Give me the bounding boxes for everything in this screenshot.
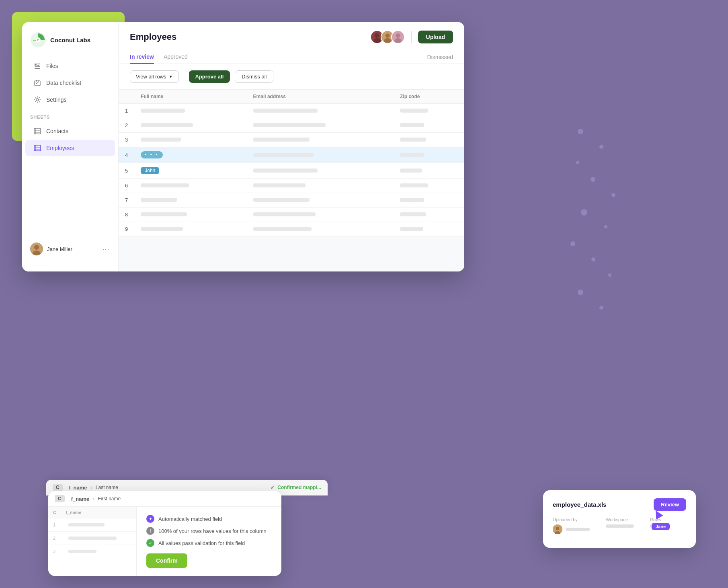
tabs: In review Approved Dismissed	[130, 50, 453, 64]
mini-skeleton-1	[68, 523, 105, 526]
svg-rect-2	[35, 64, 37, 66]
nav-settings[interactable]: Settings	[25, 92, 115, 108]
validation-text: All values pass validation for this fiel…	[158, 540, 245, 546]
contacts-icon	[33, 127, 41, 135]
mapping-content: C f_name 1 2 3 ✦ Automatically matched f…	[48, 507, 281, 576]
sheets-section-label: SHEETS	[22, 108, 118, 123]
sidebar: Coconut Labs Files	[22, 22, 119, 271]
confirmed-label: Confirmed mappi...	[277, 485, 321, 490]
uploader-avatar	[553, 524, 562, 534]
workspace-label: Workspace	[606, 517, 634, 522]
table-row[interactable]: 9	[119, 222, 464, 236]
info-auto-match: ✦ Automatically matched field	[146, 515, 272, 523]
uploader-name-skeleton	[566, 528, 590, 531]
mini-th-fname: f_name	[66, 510, 82, 515]
three-dots-badge: • • •	[141, 151, 162, 158]
arrow-right-icon: ›	[90, 484, 92, 491]
svg-rect-6	[35, 68, 40, 69]
svg-point-29	[396, 33, 400, 38]
uploaded-by-meta: Uploaded by	[553, 517, 590, 534]
col-fullname: Full name	[134, 90, 246, 104]
page-title: Employees	[130, 32, 176, 42]
auto-match-text: Automatically matched field	[158, 516, 222, 522]
workspace-value	[606, 524, 634, 528]
user-menu-icon[interactable]: ⋯	[102, 245, 110, 253]
table-row[interactable]: 2	[119, 118, 464, 133]
table-row-highlighted[interactable]: 4 • • •	[119, 147, 464, 163]
filename: employee_data.xls	[553, 501, 606, 508]
approve-all-button[interactable]: Approve all	[189, 70, 230, 83]
fname-header: C f_name › First name	[48, 491, 281, 507]
table-row[interactable]: 7	[119, 193, 464, 208]
cursor-pointer-container: Jane	[654, 510, 662, 518]
confirmed-badge: ✓ Confirmed mappi...	[270, 484, 321, 491]
jane-tooltip: Jane	[652, 523, 670, 530]
company-name: Coconut Labs	[50, 37, 90, 43]
svg-point-32	[556, 527, 559, 530]
info-rows-coverage: i 100% of your rows have values for this…	[146, 527, 272, 535]
tab-approved[interactable]: Approved	[164, 50, 188, 64]
avatar	[30, 243, 43, 255]
view-all-button[interactable]: View all rows ▼	[130, 70, 179, 83]
main-header: Employees Upload	[119, 22, 464, 64]
uploaded-by-label: Uploaded by	[553, 517, 590, 522]
uploaded-by-value	[553, 524, 590, 534]
tab-dismissed[interactable]: Dismissed	[427, 54, 453, 60]
svg-point-26	[385, 33, 390, 38]
checkmark-validation-icon: ✓	[146, 539, 154, 547]
mini-th-c: C	[53, 510, 56, 515]
confirm-button[interactable]: Confirm	[146, 553, 187, 568]
info-circle-icon: i	[146, 527, 154, 535]
toolbar-divider	[184, 72, 184, 82]
nav-settings-label: Settings	[46, 97, 67, 103]
data-table: Full name Email address Zip code 1 2	[119, 90, 464, 236]
cursor-area: Jane	[654, 510, 662, 520]
employees-icon	[33, 144, 41, 152]
table-row[interactable]: 8	[119, 208, 464, 222]
mapping-info: ✦ Automatically matched field i 100% of …	[137, 507, 281, 576]
file-card: employee_data.xls Review Uploaded by Wor…	[543, 490, 696, 548]
mini-skeleton-2	[68, 537, 117, 540]
mini-table-row-2: 2	[48, 532, 136, 545]
svg-point-24	[373, 38, 381, 44]
info-validation: ✓ All values pass validation for this fi…	[146, 539, 272, 547]
main-content: Employees Upload	[119, 22, 464, 271]
mapping-panel-fname: C f_name › First name C f_name 1 2 3	[48, 491, 281, 576]
nav-files[interactable]: Files	[25, 58, 115, 74]
mini-skeleton-3	[68, 550, 96, 553]
toolbar: View all rows ▼ Approve all Dismiss all	[119, 64, 464, 90]
header-top: Employees Upload	[130, 30, 453, 44]
table-row[interactable]: 1	[119, 104, 464, 118]
view-all-label: View all rows	[136, 74, 166, 80]
logo-area: Coconut Labs	[22, 32, 118, 58]
settings-icon	[33, 96, 41, 104]
col-email: Email address	[247, 90, 394, 104]
dismiss-all-button[interactable]: Dismiss all	[235, 70, 273, 83]
sidebar-item-employees[interactable]: Employees	[25, 140, 115, 156]
mini-table-header: C f_name	[48, 507, 136, 518]
svg-point-10	[36, 99, 39, 101]
upload-button[interactable]: Upload	[418, 31, 453, 43]
svg-point-20	[34, 245, 39, 250]
mini-table-row-1: 1	[48, 518, 136, 532]
header-right: Upload	[370, 30, 453, 44]
svg-rect-5	[35, 66, 40, 67]
svg-rect-15	[34, 145, 41, 151]
nav-data-checklist[interactable]: Data checklist	[25, 75, 115, 91]
app-window: Coconut Labs Files	[22, 22, 464, 271]
fname-field-name: First name	[98, 496, 121, 502]
file-card-header: employee_data.xls Review	[553, 498, 686, 511]
auto-match-icon: ✦	[146, 515, 154, 523]
col-zipcode: Zip code	[394, 90, 464, 104]
table-row[interactable]: 3	[119, 133, 464, 147]
tab-in-review[interactable]: In review	[130, 50, 154, 64]
fname-field-code: f_name	[71, 496, 90, 502]
mini-table: C f_name 1 2 3	[48, 507, 137, 576]
table-row[interactable]: 5 John	[119, 163, 464, 179]
sidebar-item-contacts[interactable]: Contacts	[25, 123, 115, 139]
table-row[interactable]: 6	[119, 179, 464, 193]
svg-rect-8	[36, 80, 37, 82]
table-container: Full name Email address Zip code 1 2	[119, 90, 464, 236]
fname-col-label: C	[55, 495, 65, 502]
mini-table-row-3: 3	[48, 545, 136, 558]
